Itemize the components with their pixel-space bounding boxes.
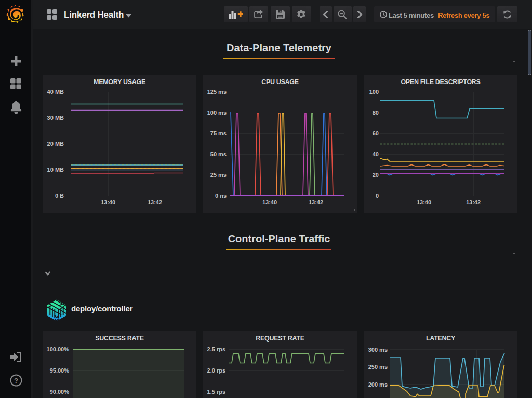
svg-text:?: ?	[14, 377, 18, 385]
